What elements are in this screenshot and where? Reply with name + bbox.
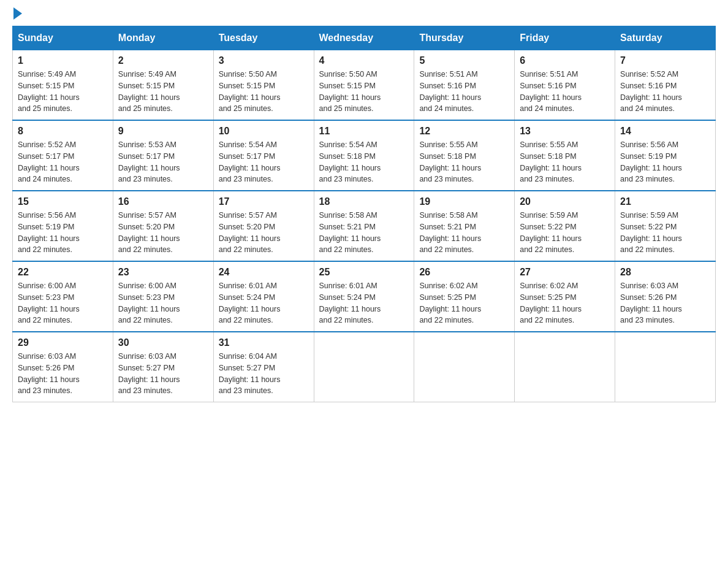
day-info: Sunrise: 6:03 AMSunset: 5:26 PMDaylight:…: [18, 351, 108, 397]
day-number: 4: [319, 55, 409, 66]
day-info: Sunrise: 5:50 AMSunset: 5:15 PMDaylight:…: [219, 69, 309, 115]
calendar-cell: 24 Sunrise: 6:01 AMSunset: 5:24 PMDaylig…: [213, 261, 314, 332]
day-number: 5: [419, 55, 509, 66]
day-info: Sunrise: 5:59 AMSunset: 5:22 PMDaylight:…: [620, 210, 710, 256]
day-info: Sunrise: 6:00 AMSunset: 5:23 PMDaylight:…: [18, 280, 108, 326]
day-number: 16: [118, 196, 208, 207]
day-number: 24: [219, 267, 309, 278]
calendar-week-4: 22 Sunrise: 6:00 AMSunset: 5:23 PMDaylig…: [13, 261, 716, 332]
calendar-cell: [414, 332, 515, 402]
calendar-table: SundayMondayTuesdayWednesdayThursdayFrid…: [12, 26, 716, 402]
day-number: 12: [419, 126, 509, 137]
day-info: Sunrise: 5:49 AMSunset: 5:15 PMDaylight:…: [18, 69, 108, 115]
calendar-cell: 30 Sunrise: 6:03 AMSunset: 5:27 PMDaylig…: [113, 332, 213, 402]
calendar-cell: 15 Sunrise: 5:56 AMSunset: 5:19 PMDaylig…: [13, 191, 113, 261]
day-number: 19: [419, 196, 509, 207]
day-number: 6: [520, 55, 610, 66]
calendar-cell: 27 Sunrise: 6:02 AMSunset: 5:25 PMDaylig…: [515, 261, 615, 332]
calendar-cell: 16 Sunrise: 5:57 AMSunset: 5:20 PMDaylig…: [113, 191, 213, 261]
day-number: 15: [18, 196, 108, 207]
calendar-cell: 14 Sunrise: 5:56 AMSunset: 5:19 PMDaylig…: [615, 120, 716, 191]
calendar-cell: 10 Sunrise: 5:54 AMSunset: 5:17 PMDaylig…: [213, 120, 314, 191]
day-info: Sunrise: 6:00 AMSunset: 5:23 PMDaylight:…: [118, 280, 208, 326]
calendar-header-row: SundayMondayTuesdayWednesdayThursdayFrid…: [13, 26, 716, 50]
calendar-cell: [615, 332, 716, 402]
day-number: 22: [18, 267, 108, 278]
day-number: 28: [620, 267, 710, 278]
calendar-cell: 3 Sunrise: 5:50 AMSunset: 5:15 PMDayligh…: [213, 50, 314, 121]
day-info: Sunrise: 5:58 AMSunset: 5:21 PMDaylight:…: [419, 210, 509, 256]
day-number: 1: [18, 55, 108, 66]
calendar-cell: 7 Sunrise: 5:52 AMSunset: 5:16 PMDayligh…: [615, 50, 716, 121]
calendar-cell: 26 Sunrise: 6:02 AMSunset: 5:25 PMDaylig…: [414, 261, 515, 332]
calendar-header-monday: Monday: [113, 26, 213, 50]
calendar-cell: 9 Sunrise: 5:53 AMSunset: 5:17 PMDayligh…: [113, 120, 213, 191]
day-info: Sunrise: 5:55 AMSunset: 5:18 PMDaylight:…: [520, 139, 610, 185]
calendar-cell: 12 Sunrise: 5:55 AMSunset: 5:18 PMDaylig…: [414, 120, 515, 191]
calendar-cell: 1 Sunrise: 5:49 AMSunset: 5:15 PMDayligh…: [13, 50, 113, 121]
day-info: Sunrise: 6:02 AMSunset: 5:25 PMDaylight:…: [419, 280, 509, 326]
calendar-cell: 25 Sunrise: 6:01 AMSunset: 5:24 PMDaylig…: [314, 261, 414, 332]
day-number: 20: [520, 196, 610, 207]
calendar-cell: 31 Sunrise: 6:04 AMSunset: 5:27 PMDaylig…: [213, 332, 314, 402]
day-info: Sunrise: 5:52 AMSunset: 5:17 PMDaylight:…: [18, 139, 108, 185]
calendar-header-thursday: Thursday: [414, 26, 515, 50]
calendar-header-sunday: Sunday: [13, 26, 113, 50]
day-info: Sunrise: 6:03 AMSunset: 5:27 PMDaylight:…: [118, 351, 208, 397]
day-info: Sunrise: 5:52 AMSunset: 5:16 PMDaylight:…: [620, 69, 710, 115]
day-info: Sunrise: 5:59 AMSunset: 5:22 PMDaylight:…: [520, 210, 610, 256]
day-info: Sunrise: 6:04 AMSunset: 5:27 PMDaylight:…: [219, 351, 309, 397]
calendar-header-wednesday: Wednesday: [314, 26, 414, 50]
day-number: 31: [219, 337, 309, 348]
day-info: Sunrise: 5:54 AMSunset: 5:18 PMDaylight:…: [319, 139, 409, 185]
day-info: Sunrise: 5:54 AMSunset: 5:17 PMDaylight:…: [219, 139, 309, 185]
day-number: 13: [520, 126, 610, 137]
day-number: 10: [219, 126, 309, 137]
calendar-cell: 23 Sunrise: 6:00 AMSunset: 5:23 PMDaylig…: [113, 261, 213, 332]
day-number: 2: [118, 55, 208, 66]
day-info: Sunrise: 5:56 AMSunset: 5:19 PMDaylight:…: [18, 210, 108, 256]
calendar-cell: 2 Sunrise: 5:49 AMSunset: 5:15 PMDayligh…: [113, 50, 213, 121]
calendar-cell: 19 Sunrise: 5:58 AMSunset: 5:21 PMDaylig…: [414, 191, 515, 261]
day-number: 26: [419, 267, 509, 278]
day-info: Sunrise: 5:51 AMSunset: 5:16 PMDaylight:…: [520, 69, 610, 115]
day-number: 18: [319, 196, 409, 207]
day-number: 7: [620, 55, 710, 66]
day-number: 21: [620, 196, 710, 207]
calendar-header-friday: Friday: [515, 26, 615, 50]
day-number: 14: [620, 126, 710, 137]
calendar-cell: 20 Sunrise: 5:59 AMSunset: 5:22 PMDaylig…: [515, 191, 615, 261]
day-info: Sunrise: 5:55 AMSunset: 5:18 PMDaylight:…: [419, 139, 509, 185]
calendar-week-5: 29 Sunrise: 6:03 AMSunset: 5:26 PMDaylig…: [13, 332, 716, 402]
day-number: 17: [219, 196, 309, 207]
calendar-header-tuesday: Tuesday: [213, 26, 314, 50]
day-number: 9: [118, 126, 208, 137]
day-info: Sunrise: 5:58 AMSunset: 5:21 PMDaylight:…: [319, 210, 409, 256]
logo: [12, 12, 22, 20]
day-number: 25: [319, 267, 409, 278]
calendar-cell: 18 Sunrise: 5:58 AMSunset: 5:21 PMDaylig…: [314, 191, 414, 261]
calendar-cell: 8 Sunrise: 5:52 AMSunset: 5:17 PMDayligh…: [13, 120, 113, 191]
calendar-cell: 29 Sunrise: 6:03 AMSunset: 5:26 PMDaylig…: [13, 332, 113, 402]
day-info: Sunrise: 6:01 AMSunset: 5:24 PMDaylight:…: [219, 280, 309, 326]
day-info: Sunrise: 5:57 AMSunset: 5:20 PMDaylight:…: [219, 210, 309, 256]
day-number: 29: [18, 337, 108, 348]
day-info: Sunrise: 6:01 AMSunset: 5:24 PMDaylight:…: [319, 280, 409, 326]
calendar-cell: 11 Sunrise: 5:54 AMSunset: 5:18 PMDaylig…: [314, 120, 414, 191]
calendar-week-1: 1 Sunrise: 5:49 AMSunset: 5:15 PMDayligh…: [13, 50, 716, 121]
calendar-cell: [515, 332, 615, 402]
calendar-cell: 5 Sunrise: 5:51 AMSunset: 5:16 PMDayligh…: [414, 50, 515, 121]
day-info: Sunrise: 5:49 AMSunset: 5:15 PMDaylight:…: [118, 69, 208, 115]
day-info: Sunrise: 5:51 AMSunset: 5:16 PMDaylight:…: [419, 69, 509, 115]
day-number: 27: [520, 267, 610, 278]
day-info: Sunrise: 5:56 AMSunset: 5:19 PMDaylight:…: [620, 139, 710, 185]
calendar-cell: 22 Sunrise: 6:00 AMSunset: 5:23 PMDaylig…: [13, 261, 113, 332]
day-info: Sunrise: 6:03 AMSunset: 5:26 PMDaylight:…: [620, 280, 710, 326]
calendar-cell: 17 Sunrise: 5:57 AMSunset: 5:20 PMDaylig…: [213, 191, 314, 261]
calendar-header-saturday: Saturday: [615, 26, 716, 50]
calendar-week-3: 15 Sunrise: 5:56 AMSunset: 5:19 PMDaylig…: [13, 191, 716, 261]
calendar-body: 1 Sunrise: 5:49 AMSunset: 5:15 PMDayligh…: [13, 50, 716, 402]
calendar-cell: 21 Sunrise: 5:59 AMSunset: 5:22 PMDaylig…: [615, 191, 716, 261]
day-number: 30: [118, 337, 208, 348]
day-info: Sunrise: 5:53 AMSunset: 5:17 PMDaylight:…: [118, 139, 208, 185]
